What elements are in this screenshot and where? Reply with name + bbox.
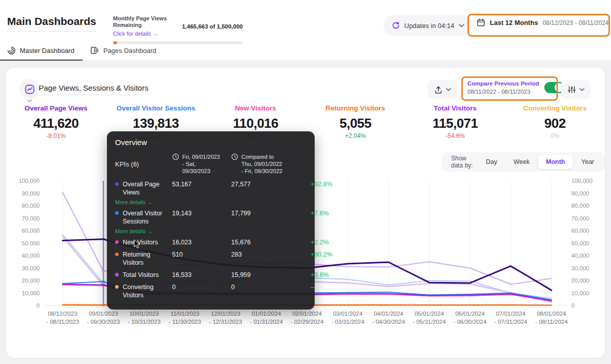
y-tick-right: 70,000 (571, 215, 589, 221)
date-range-value: 08/12/2023 - 08/11/2024 (543, 19, 609, 26)
y-tick-right: 20,000 (571, 277, 589, 284)
kpi-converting-visitors[interactable]: Converting Visitors9020% (505, 104, 605, 139)
x-tick-end: - 05/31/2024 (413, 319, 446, 325)
show-data-by-month[interactable]: Month (538, 155, 572, 169)
tooltip-change-value: +7.6% (311, 209, 329, 226)
show-data-by-year[interactable]: Year (574, 155, 602, 169)
x-tick-end: - 01/31/2024 (250, 319, 283, 325)
pageviews-quota-value: 1,465,663 of 1,500,000 (182, 23, 243, 30)
tooltip-compared-dates: Compared toThu, 09/01/2022- Fri, 09/30/2… (241, 153, 283, 175)
tab-pages-dashboard[interactable]: Pages Dashboard (82, 41, 164, 61)
y-tick-left: 10,000 (22, 290, 40, 296)
compare-label: Compare Previous Period (467, 80, 539, 87)
y-tick-right: 80,000 (571, 203, 589, 209)
tooltip-compared-period: Compared toThu, 09/01/2022- Fri, 09/30/2… (231, 153, 309, 175)
tooltip-row: Overall Page Views53,16727,577+92.8% (115, 180, 307, 197)
date-preset-label: Last 12 Months (490, 19, 538, 26)
y-tick-right: 10,000 (571, 290, 589, 296)
kpi-label: Converting Visitors (505, 104, 605, 112)
top-header: Main Dashboards Monthly Page Views Remai… (0, 0, 611, 61)
tooltip-current-value: 510 (172, 250, 229, 267)
chevron-down-icon (579, 88, 585, 91)
kpi-name-text: Overall Visitor Sessions (123, 209, 170, 226)
x-tick-start: 01/01/2024 (252, 311, 281, 317)
tooltip-row: Overall Visitor Sessions19,14317,799+7.6… (115, 209, 307, 226)
clock-icon (231, 153, 238, 160)
chevron-down-icon (446, 88, 451, 91)
y-tick-left: 100,000 (18, 178, 40, 184)
hover-marker (102, 304, 105, 305)
updates-dropdown[interactable]: Updates in 04:14 (383, 15, 473, 36)
x-tick-end: - 11/30/2023 (169, 319, 201, 325)
x-tick-start: 08/01/2024 (537, 311, 566, 317)
clock-icon (172, 153, 179, 160)
tooltip-previous-value: 17,799 (231, 209, 309, 226)
show-data-by-label: Show data by: (451, 155, 473, 169)
kpi-label: Overall Visitor Sessions (106, 104, 206, 112)
tooltip-change-value: +80.2% (311, 250, 332, 267)
hover-marker (102, 284, 105, 286)
kpi-value: 902 (505, 116, 605, 131)
tooltip-kpi-name: Overall Visitor Sessions (115, 209, 170, 226)
tooltip-kpi-name: Total Visitors (115, 271, 170, 279)
x-tick-end: - 04/30/2024 (372, 319, 405, 325)
y-tick-left: 0 (37, 302, 40, 309)
tooltip-previous-value: 15,959 (231, 271, 309, 279)
x-tick-end: - 12/31/2023 (209, 319, 242, 325)
tooltip-kpi-name: Returning Visitors (115, 250, 170, 267)
tab-master-dashboard[interactable]: Master Dashboard (0, 41, 82, 61)
kpi-returning-visitors[interactable]: Returning Visitors5,055+2.04% (306, 104, 405, 139)
kpi-delta: -8.01% (6, 132, 106, 139)
tooltip-current-value: 16,533 (172, 271, 229, 279)
y-tick-left: 20,000 (22, 277, 40, 284)
x-tick-start: 06/01/2024 (455, 311, 485, 317)
tooltip-previous-value: 283 (231, 250, 309, 267)
tooltip-change-value: +2.2% (311, 238, 329, 246)
chevron-down-icon (459, 24, 464, 27)
x-tick-start: 12/01/2023 (211, 311, 240, 317)
hover-marker (102, 283, 105, 284)
y-tick-right: 40,000 (571, 253, 589, 259)
tooltip-current-value: 0 (172, 283, 229, 299)
y-tick-right: 90,000 (571, 190, 589, 197)
kpi-value: 115,071 (405, 116, 505, 131)
hover-marker (102, 270, 105, 272)
more-details-link[interactable]: More details → (115, 199, 307, 205)
tooltip-current-value: 16,023 (172, 238, 229, 246)
kpi-name-text: Total Visitors (123, 271, 159, 279)
y-tick-left: 30,000 (22, 265, 40, 271)
kpi-label: Total Visitors (405, 104, 505, 112)
x-axis-labels: 08/12/2023- 08/31/202309/01/2023- 09/30/… (46, 311, 568, 325)
x-tick-start: 11/01/2023 (171, 311, 200, 317)
show-data-by-day[interactable]: Day (478, 155, 505, 169)
date-range-picker[interactable]: Last 12 Months 08/12/2023 - 08/11/2024 (477, 18, 611, 27)
y-tick-left: 80,000 (22, 203, 40, 209)
more-details-link[interactable]: More details → (115, 228, 307, 234)
export-button[interactable] (428, 80, 457, 99)
tooltip-change-value: +92.8% (311, 180, 332, 197)
x-tick-start: 07/01/2024 (496, 311, 525, 317)
chart-settings-button[interactable] (561, 80, 591, 99)
x-tick-end: - 08/11/2024 (535, 319, 568, 325)
chart-widget-icon[interactable] (19, 79, 40, 99)
y-tick-left: 70,000 (22, 215, 40, 221)
compare-previous-period-control: Compare Previous Period 08/11/2022 - 08/… (467, 80, 565, 95)
tooltip-title: Overview (115, 138, 307, 147)
kpi-total-visitors[interactable]: Total Visitors115,071-54.6% (405, 104, 505, 139)
sliders-icon (568, 86, 576, 94)
show-data-by-control: Show data by: DayWeekMonthYear (442, 152, 605, 172)
series-dot (115, 211, 119, 215)
kpi-overall-page-views[interactable]: Overall Page Views411,620-8.01% (6, 104, 106, 139)
tooltip-current-value: 53,167 (172, 180, 229, 197)
show-data-by-week[interactable]: Week (506, 155, 538, 169)
hover-indicator (102, 181, 105, 306)
x-tick-start: 04/01/2024 (374, 311, 403, 317)
series-dot (115, 182, 119, 186)
tooltip-row: New Visitors16,02315,676+2.2% (115, 238, 307, 246)
y-tick-left: 40,000 (22, 253, 40, 259)
tooltip-row: Total Visitors16,53315,959+3.6% (115, 271, 307, 279)
export-icon (434, 86, 442, 94)
series-dot (115, 285, 119, 289)
pageviews-details-link[interactable]: Click for details → (113, 30, 158, 37)
pageviews-quota-widget: Monthly Page Views Remaining Click for d… (113, 15, 243, 44)
